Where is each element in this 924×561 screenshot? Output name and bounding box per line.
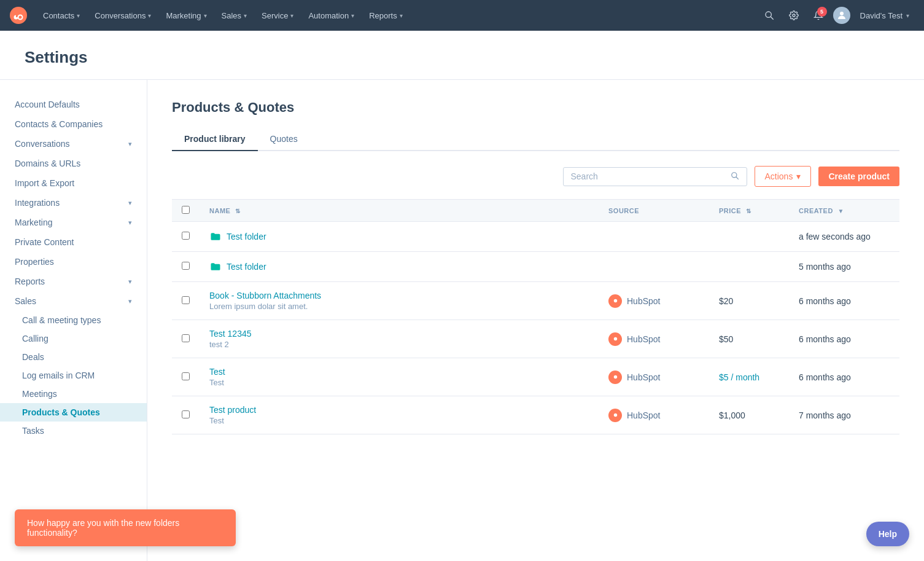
- product-name-link[interactable]: Test product: [209, 405, 256, 415]
- folder-icon: [209, 230, 222, 243]
- table-row: Test product Test HubSpot $1,0007 months…: [172, 396, 899, 434]
- nav-icons: 5 David's Test ▾: [759, 6, 914, 25]
- row-checkbox[interactable]: [182, 372, 190, 380]
- source-cell: HubSpot: [608, 371, 699, 384]
- nav-contacts[interactable]: Contacts▾: [37, 7, 86, 24]
- search-input[interactable]: [571, 171, 731, 181]
- settings-sidebar: Account Defaults Contacts & Companies Co…: [0, 80, 147, 561]
- sales-chevron: ▾: [128, 297, 132, 305]
- sidebar-item-marketing[interactable]: Marketing ▾: [0, 213, 147, 232]
- row-checkbox[interactable]: [182, 296, 190, 304]
- nav-service[interactable]: Service▾: [255, 7, 300, 24]
- sidebar-subitem-call-meeting[interactable]: Call & meeting types: [0, 311, 147, 329]
- sidebar-item-conversations[interactable]: Conversations ▾: [0, 134, 147, 154]
- source-cell: HubSpot: [608, 332, 699, 346]
- th-price[interactable]: PRICE ⇅: [709, 200, 789, 222]
- created-value: 6 months ago: [799, 296, 851, 306]
- sidebar-subitem-tasks[interactable]: Tasks: [0, 422, 147, 440]
- product-name-link[interactable]: Test 12345: [209, 329, 252, 339]
- created-value: 7 months ago: [799, 410, 851, 420]
- price-value: $5 / month: [719, 372, 759, 382]
- sidebar-subitem-calling[interactable]: Calling: [0, 329, 147, 348]
- reports-chevron: ▾: [128, 278, 132, 286]
- price-value: $1,000: [719, 410, 745, 420]
- sidebar-item-import-export[interactable]: Import & Export: [0, 173, 147, 193]
- top-navigation: Contacts▾ Conversations▾ Marketing▾ Sale…: [0, 0, 924, 31]
- sidebar-subitem-log-emails[interactable]: Log emails in CRM: [0, 366, 147, 385]
- created-cell: 7 months ago: [789, 396, 899, 434]
- notifications-button[interactable]: 5: [809, 6, 828, 25]
- sidebar-subitem-meetings[interactable]: Meetings: [0, 385, 147, 403]
- svg-line-7: [736, 176, 738, 179]
- user-menu-chevron: ▾: [906, 12, 909, 19]
- created-sort-icon: ▼: [837, 208, 844, 214]
- nav-conversations[interactable]: Conversations▾: [88, 7, 157, 24]
- row-checkbox[interactable]: [182, 334, 190, 342]
- created-cell: 6 months ago: [789, 358, 899, 396]
- sidebar-item-integrations[interactable]: Integrations ▾: [0, 193, 147, 213]
- created-value: 5 months ago: [799, 262, 851, 272]
- sidebar-subitem-products-quotes[interactable]: Products & Quotes: [0, 403, 147, 422]
- hubspot-logo[interactable]: [10, 7, 27, 24]
- price-cell: $50: [709, 320, 789, 358]
- user-avatar[interactable]: [833, 7, 850, 24]
- row-checkbox[interactable]: [182, 232, 190, 240]
- sidebar-item-sales[interactable]: Sales ▾: [0, 291, 147, 311]
- notification-badge: 5: [817, 7, 827, 17]
- product-name-link[interactable]: Test folder: [227, 232, 266, 241]
- nav-reports[interactable]: Reports▾: [363, 7, 409, 24]
- nav-sales[interactable]: Sales▾: [215, 7, 254, 24]
- nav-automation[interactable]: Automation▾: [302, 7, 360, 24]
- search-button[interactable]: [759, 6, 779, 25]
- hubspot-source-logo: [608, 294, 622, 308]
- product-name-link[interactable]: Test folder: [227, 262, 266, 272]
- table-row: Test folder a few seconds ago: [172, 222, 899, 252]
- price-cell: [709, 222, 789, 252]
- nav-marketing[interactable]: Marketing▾: [160, 7, 212, 24]
- tab-product-library[interactable]: Product library: [172, 128, 258, 151]
- help-button[interactable]: Help: [866, 522, 909, 546]
- th-created[interactable]: CREATED ▼: [789, 200, 899, 222]
- created-value: 6 months ago: [799, 334, 851, 344]
- product-name-link[interactable]: Test: [209, 367, 225, 377]
- select-all-checkbox[interactable]: [182, 206, 190, 214]
- source-label: HubSpot: [627, 296, 660, 306]
- created-cell: 6 months ago: [789, 320, 899, 358]
- feedback-banner[interactable]: How happy are you with the new folders f…: [15, 509, 236, 546]
- main-content: Products & Quotes Product library Quotes…: [147, 80, 924, 561]
- row-checkbox[interactable]: [182, 262, 190, 270]
- actions-button[interactable]: Actions ▾: [755, 166, 812, 187]
- product-description: Test: [209, 378, 589, 387]
- search-box[interactable]: [563, 167, 747, 186]
- svg-line-3: [771, 17, 774, 20]
- section-title: Products & Quotes: [172, 100, 899, 116]
- create-product-button[interactable]: Create product: [818, 167, 899, 186]
- created-value: 6 months ago: [799, 372, 851, 382]
- user-name: David's Test: [860, 11, 903, 20]
- svg-point-6: [731, 172, 736, 177]
- marketing-chevron: ▾: [128, 219, 132, 227]
- sidebar-item-properties[interactable]: Properties: [0, 252, 147, 272]
- sidebar-subitem-deals[interactable]: Deals: [0, 348, 147, 366]
- created-cell: 5 months ago: [789, 252, 899, 282]
- sidebar-item-private-content[interactable]: Private Content: [0, 232, 147, 252]
- integrations-chevron: ▾: [128, 199, 132, 207]
- price-cell: $5 / month: [709, 358, 789, 396]
- products-table: NAME ⇅ SOURCE PRICE ⇅ CREATED ▼: [172, 199, 899, 434]
- sidebar-item-domains-urls[interactable]: Domains & URLs: [0, 154, 147, 173]
- product-name-link[interactable]: Book - Stubborn Attachments: [209, 291, 321, 300]
- content-area: Account Defaults Contacts & Companies Co…: [0, 80, 924, 561]
- sidebar-item-contacts-companies[interactable]: Contacts & Companies: [0, 114, 147, 134]
- actions-chevron: ▾: [796, 171, 801, 181]
- hubspot-source-logo: [608, 371, 622, 384]
- th-name[interactable]: NAME ⇅: [200, 200, 599, 222]
- sidebar-item-account-defaults[interactable]: Account Defaults: [0, 95, 147, 114]
- user-menu[interactable]: David's Test ▾: [855, 9, 914, 23]
- sidebar-item-reports[interactable]: Reports ▾: [0, 272, 147, 291]
- tab-quotes[interactable]: Quotes: [258, 128, 310, 151]
- settings-button[interactable]: [784, 6, 804, 25]
- th-source: SOURCE: [599, 200, 709, 222]
- svg-point-4: [793, 14, 795, 17]
- row-checkbox[interactable]: [182, 410, 190, 418]
- table-row: Test Test HubSpot $5 / month6 months ago: [172, 358, 899, 396]
